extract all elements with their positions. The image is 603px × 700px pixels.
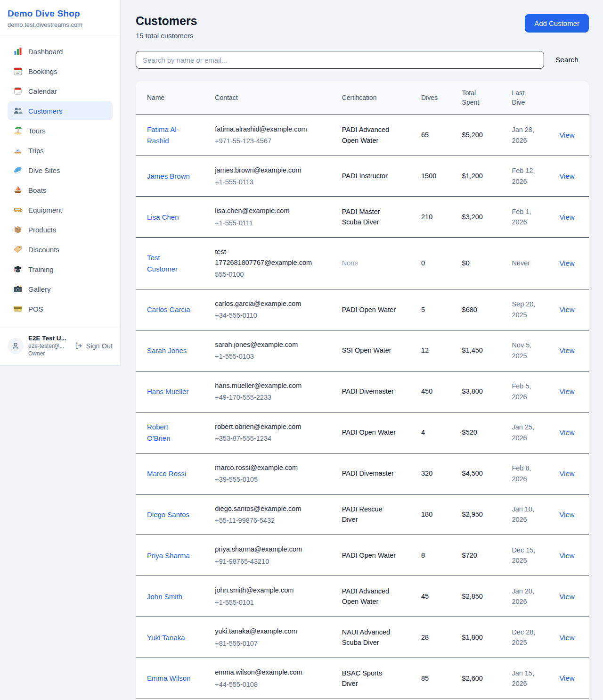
customer-last-dive: Jan 10, 2026 (500, 494, 548, 535)
avatar (8, 338, 24, 354)
customer-certification: PADI Open Water (342, 306, 396, 313)
sidebar-item-boats[interactable]: Boats (8, 181, 113, 199)
sidebar-item-dashboard[interactable]: Dashboard (8, 42, 113, 61)
customer-dives: 8 (410, 535, 451, 576)
customer-name-link[interactable]: Hans Mueller (147, 387, 188, 395)
bar-chart-icon (13, 47, 23, 56)
view-customer-link[interactable]: View (559, 259, 574, 267)
customer-certification: PADI Instructor (342, 172, 388, 180)
view-customer-link[interactable]: View (559, 511, 574, 519)
motorboat-icon (13, 146, 23, 155)
table-row: Marco Rossi marco.rossi@example.com+39-5… (136, 453, 589, 494)
sidebar-item-products[interactable]: Products (8, 220, 113, 239)
col-contact: Contact (204, 81, 330, 115)
customer-name-link[interactable]: Carlos Garcia (147, 305, 190, 313)
customer-total-spent: $1,200 (451, 156, 501, 197)
sidebar-item-pos[interactable]: POS (8, 299, 113, 318)
view-customer-link[interactable]: View (559, 387, 574, 395)
customer-certification: PADI Open Water (342, 428, 396, 436)
shop-domain: demo.test.divestreams.com (8, 21, 113, 28)
col-actions (548, 81, 589, 115)
sign-out-button[interactable]: Sign Out (75, 342, 113, 350)
customer-dives: 45 (410, 576, 451, 617)
sidebar-item-bookings[interactable]: 17 Bookings (8, 62, 113, 81)
customer-total-spent: $0 (451, 237, 501, 288)
customer-email: test-1772681807767@example.com (215, 247, 319, 268)
sidebar-item-label: Trips (28, 147, 44, 155)
customer-certification: BSAC Sports Diver (342, 669, 382, 687)
customer-phone: +34-555-0110 (215, 310, 319, 321)
sidebar-item-label: Products (28, 226, 56, 234)
customer-name-link[interactable]: Robert O'Brien (147, 423, 171, 442)
sidebar-item-discounts[interactable]: Discounts (8, 240, 113, 259)
package-icon (13, 225, 23, 234)
customer-name-link[interactable]: Diego Santos (147, 511, 189, 519)
customer-last-dive: Feb 5, 2026 (500, 371, 548, 412)
sidebar-item-training[interactable]: Training (8, 260, 113, 279)
view-customer-link[interactable]: View (559, 346, 574, 354)
people-icon (13, 106, 23, 115)
customer-dives: 28 (410, 617, 451, 658)
view-customer-link[interactable]: View (559, 674, 574, 682)
sidebar-item-equipment[interactable]: Equipment (8, 200, 113, 219)
search-button[interactable]: Search (545, 51, 589, 69)
customer-dives: 180 (410, 494, 451, 535)
sidebar-item-trips[interactable]: Trips (8, 141, 113, 160)
calendar-date-icon: 17 (13, 66, 23, 76)
sidebar-item-gallery[interactable]: Gallery (8, 280, 113, 298)
view-customer-link[interactable]: View (559, 634, 574, 642)
sidebar-nav: Dashboard 17 Bookings Calendar Customers… (0, 35, 120, 323)
customer-email: john.smith@example.com (215, 585, 319, 595)
customer-dives: 5 (410, 289, 451, 330)
customer-name-link[interactable]: James Brown (147, 172, 190, 180)
customer-certification: PADI Advanced Open Water (342, 587, 390, 605)
view-customer-link[interactable]: View (559, 428, 574, 436)
view-customer-link[interactable]: View (559, 593, 574, 601)
customer-total-spent: $1,450 (451, 330, 501, 371)
customer-email: diego.santos@example.com (215, 503, 319, 514)
customer-dives: 320 (410, 453, 451, 494)
sidebar-item-dive-sites[interactable]: Dive Sites (8, 161, 113, 180)
table-row: Lisa Chen lisa.chen@example.com+1-555-01… (136, 196, 589, 237)
customer-name-link[interactable]: Emma Wilson (147, 674, 191, 682)
user-email: e2e-tester@... (28, 343, 70, 349)
customer-email: james.brown@example.com (215, 165, 319, 175)
customer-last-dive: Feb 8, 2026 (500, 453, 548, 494)
customer-phone: +353-87-555-1234 (215, 433, 319, 444)
customer-phone: +971-55-123-4567 (215, 136, 319, 146)
customer-phone: +55-11-99876-5432 (215, 515, 319, 526)
view-customer-link[interactable]: View (559, 172, 574, 180)
customer-name-link[interactable]: Sarah Jones (147, 346, 187, 354)
customer-name-link[interactable]: Fatima Al-Rashid (147, 125, 179, 144)
table-header-row: Name Contact Certification Dives Total S… (136, 81, 589, 115)
svg-text:17: 17 (16, 71, 20, 74)
view-customer-link[interactable]: View (559, 213, 574, 221)
sidebar-item-tours[interactable]: Tours (8, 121, 113, 140)
customer-total-spent: $4,500 (451, 453, 501, 494)
search-input[interactable] (136, 51, 544, 69)
view-customer-link[interactable]: View (559, 552, 574, 560)
col-dives: Dives (410, 81, 451, 115)
sidebar-item-customers[interactable]: Customers (8, 101, 113, 120)
view-customer-link[interactable]: View (559, 131, 574, 139)
sidebar-item-label: Dashboard (28, 48, 63, 56)
view-customer-link[interactable]: View (559, 469, 574, 478)
customer-certification: PADI Divemaster (342, 387, 394, 395)
customer-name-link[interactable]: Priya Sharma (147, 552, 190, 560)
customer-last-dive: Never (500, 237, 548, 288)
customer-name-link[interactable]: Test Customer (147, 254, 178, 272)
customer-name-link[interactable]: Yuki Tanaka (147, 634, 185, 642)
customer-email: lisa.chen@example.com (215, 206, 319, 216)
table-row: Priya Sharma priya.sharma@example.com+91… (136, 535, 589, 576)
customer-name-link[interactable]: Lisa Chen (147, 213, 179, 221)
customer-last-dive: Feb 1, 2026 (500, 196, 548, 237)
table-row: Yuki Tanaka yuki.tanaka@example.com+81-5… (136, 617, 589, 658)
customer-email: fatima.alrashid@example.com (215, 124, 319, 134)
table-row: Robert O'Brien robert.obrien@example.com… (136, 412, 589, 453)
sidebar-item-calendar[interactable]: Calendar (8, 82, 113, 100)
view-customer-link[interactable]: View (559, 305, 574, 313)
col-total-spent: Total Spent (451, 81, 501, 115)
customer-name-link[interactable]: John Smith (147, 593, 182, 601)
add-customer-button[interactable]: Add Customer (525, 14, 589, 33)
customer-name-link[interactable]: Marco Rossi (147, 469, 186, 478)
